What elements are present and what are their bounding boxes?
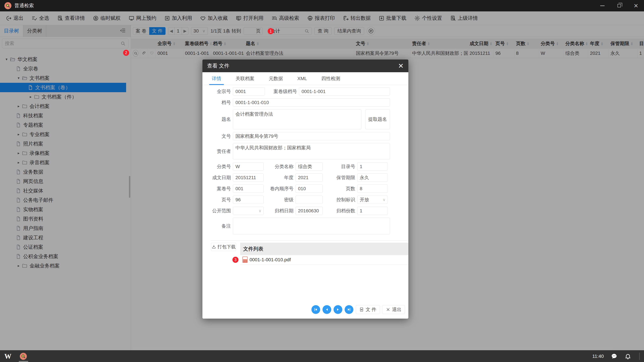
clock: 11:40 (592, 354, 604, 359)
field-responsible-input[interactable]: 中华人民共和国财政部；国家档案局 (233, 143, 390, 160)
form-row: 题名会计档案管理办法提取题名 (205, 109, 390, 129)
form-row: 备注 (205, 218, 390, 234)
dialog-title: 查看 文件 (207, 62, 230, 69)
dialog-header: 查看 文件 ✕ (202, 59, 408, 72)
next-record-button[interactable] (334, 305, 342, 314)
field-volume-no-input[interactable]: 001 (233, 185, 264, 193)
field-label-written-date: 成文日期 (205, 174, 233, 181)
pdf-file-icon: PDF (242, 257, 248, 263)
field-in-volume-seq-no-input[interactable]: 010 (296, 185, 323, 193)
horizontal-scrollbar[interactable] (132, 347, 613, 350)
pack-download-button[interactable]: 打包下载 (211, 243, 236, 251)
app-logo-icon (4, 2, 12, 9)
field-pages-input[interactable]: 8 (357, 185, 388, 193)
field-label-archive-copies: 归档份数 (323, 208, 357, 214)
field-written-date-input[interactable]: 20151211 (233, 173, 264, 182)
field-doc-no-input[interactable]: 国家档案局令第79号 (233, 132, 390, 140)
window-title-bar: 普通检索 × (0, 0, 644, 11)
dialog-tabs: 详情关联档案元数据XML四性检测 (202, 72, 408, 85)
form-row: 责任者中华人民共和国财政部；国家档案局 (205, 143, 390, 160)
show-desktop-divider[interactable] (639, 353, 640, 360)
dialog-tab-metadata[interactable]: 元数据 (267, 72, 284, 85)
field-label-remarks: 备注 (205, 223, 233, 229)
field-class-no-input[interactable]: W (233, 162, 264, 171)
close-icon (386, 307, 390, 312)
field-label-responsible: 责任者 (205, 148, 233, 155)
field-label-control-flag: 控制标识 (323, 197, 357, 203)
field-volume-level-file-no-input[interactable]: 0001-1-001 (299, 87, 390, 95)
som-mark-2: 2 (123, 50, 129, 56)
field-label-fonds-no: 全宗号 (205, 88, 233, 95)
dialog-tab-details[interactable]: 详情 (210, 72, 223, 85)
field-label-retention-period: 保管期限 (323, 174, 357, 181)
chevron-down-icon: ∨ (258, 209, 262, 213)
minimize-button[interactable] (599, 2, 606, 9)
field-label-volume-level-file-no: 案卷级档号 (265, 88, 299, 95)
dialog-tab-related-archives[interactable]: 关联档案 (234, 72, 256, 85)
field-retention-period-input[interactable]: 永久 (357, 173, 388, 182)
form-row: 公开范围∨归档日期20160630归档份数1 (205, 207, 390, 215)
field-archive-date-input[interactable]: 20160630 (296, 207, 323, 215)
field-label-catalog-no: 目录号 (323, 163, 357, 170)
file-list-item[interactable]: 3 PDF 0001-1-001-010.pdf (240, 255, 408, 265)
form-row: 案卷号001卷内顺序号010页数8 (205, 185, 390, 193)
exit-dialog-button[interactable]: 退出 (382, 305, 405, 314)
form-row: 成文日期20151211年度2021保管期限永久 (205, 173, 390, 182)
bell-icon[interactable] (624, 353, 631, 360)
field-catalog-no-input[interactable]: 1 (357, 162, 388, 171)
field-remarks-input[interactable] (233, 218, 390, 234)
dialog-footer: 文 件 退出 (312, 305, 405, 314)
form-row: 分类号W分类名称综合类目录号1 (205, 162, 390, 171)
field-archive-copies-input[interactable]: 1 (357, 207, 388, 215)
field-file-no-input[interactable]: 0001-1-001-010 (233, 98, 390, 107)
field-label-volume-no: 案卷号 (205, 186, 233, 192)
field-title-input[interactable]: 会计档案管理办法 (233, 109, 361, 129)
field-label-page-no: 页号 (205, 197, 233, 203)
previous-record-button[interactable] (322, 305, 331, 314)
field-label-class-name: 分类名称 (264, 163, 296, 170)
field-label-title: 题名 (205, 116, 233, 122)
field-fonds-no-input[interactable]: 0001 (233, 87, 265, 95)
form-row: 全宗号0001案卷级档号0001-1-001 (205, 87, 390, 95)
file-list: 3 PDF 0001-1-001-010.pdf (240, 255, 408, 265)
field-label-in-volume-seq-no: 卷内顺序号 (264, 186, 296, 192)
som-mark-1: 1 (268, 28, 274, 34)
form-row: 档号0001-1-001-010 (205, 98, 390, 107)
field-label-open-scope: 公开范围 (205, 208, 233, 214)
field-label-archive-date: 归档日期 (264, 208, 296, 214)
field-class-name-input[interactable]: 综合类 (296, 162, 323, 171)
field-year-input[interactable]: 2021 (296, 173, 323, 182)
taskbar-app-icon[interactable] (20, 351, 27, 362)
open-document-button[interactable]: 文 件 (356, 305, 380, 314)
detail-form: 全宗号0001案卷级档号0001-1-001档号0001-1-001-010题名… (202, 85, 408, 234)
file-list-header: 文件列表 (240, 243, 408, 255)
w-launcher-icon[interactable]: W (4, 352, 12, 360)
field-control-flag-select[interactable]: 开放∨ (357, 196, 388, 204)
window-title: 普通检索 (14, 2, 34, 9)
field-label-class-no: 分类号 (205, 163, 233, 170)
extract-title-button[interactable]: 提取题名 (365, 109, 390, 129)
restore-button[interactable] (616, 2, 623, 9)
field-security-level-input[interactable] (296, 196, 323, 204)
field-label-security-level: 密级 (264, 197, 296, 203)
first-record-button[interactable] (312, 305, 320, 314)
dialog-tab-xml[interactable]: XML (296, 72, 309, 85)
taskbar: W 11:40 (0, 350, 644, 362)
dialog-tab-four-checks[interactable]: 四性检测 (320, 72, 342, 85)
file-name: 0001-1-001-010.pdf (250, 257, 291, 263)
document-w-icon (359, 307, 364, 312)
active-app-indicator (19, 361, 28, 362)
dialog-close-icon[interactable]: ✕ (398, 62, 404, 69)
form-row: 文号国家档案局令第79号 (205, 132, 390, 140)
field-label-file-no: 档号 (205, 99, 233, 106)
chat-icon[interactable] (611, 353, 618, 360)
field-label-doc-no: 文号 (205, 133, 233, 139)
last-record-button[interactable] (345, 305, 353, 314)
field-page-no-input[interactable]: 96 (233, 196, 264, 204)
view-file-dialog: 查看 文件 ✕ 详情关联档案元数据XML四性检测 全宗号0001案卷级档号000… (202, 59, 408, 319)
form-row: 页号96密级控制标识开放∨ (205, 196, 390, 204)
chevron-down-icon: ∨ (382, 197, 386, 202)
file-section: 打包下载 文件列表 3 PDF 0001-1-001-010.pdf (211, 241, 408, 265)
close-window-button[interactable]: × (632, 2, 640, 9)
field-open-scope-select[interactable]: ∨ (233, 207, 264, 215)
